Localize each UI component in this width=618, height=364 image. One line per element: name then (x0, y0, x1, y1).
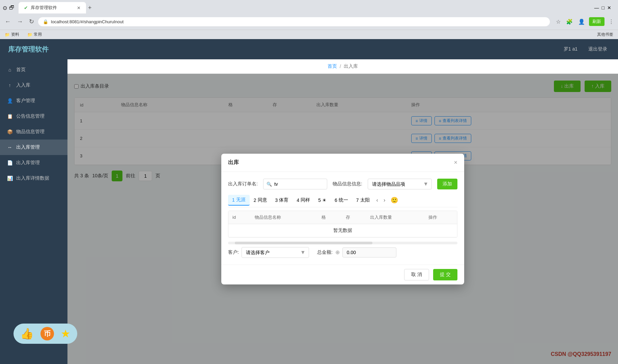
sidebar-item-goods[interactable]: 📦 物品信息管理 (0, 124, 67, 140)
mcol-action: 操作 (424, 211, 457, 224)
inoutlist-icon: 📄 (7, 160, 13, 165)
browser-tab-icon[interactable]: 🗗 (9, 5, 15, 11)
main-content: 首页 / 出入库 出入库条目录 ↓ 出库 ↑ 入库 (67, 59, 618, 364)
browser-back-icon[interactable]: ⊙ (3, 5, 7, 11)
browser-tabs: ⊙ 🗗 ✔ 库存管理软件 ✕ + — □ ✕ (0, 0, 618, 13)
sidebar-item-inoutlist[interactable]: 📄 出入库管理 (0, 155, 67, 171)
coin-button[interactable]: 币 (40, 327, 54, 340)
inout-icon: ↑ (7, 83, 13, 88)
app-title: 库存管理软件 (8, 45, 49, 54)
customer-select-input[interactable]: 请选择客户 (242, 247, 309, 258)
renew-btn[interactable]: 刷新 (589, 17, 605, 26)
goods-icon: 📦 (7, 129, 13, 134)
back-button[interactable]: ← (3, 17, 13, 27)
content-area: 出入库条目录 ↓ 出库 ↑ 入库 id 物品信息名称 (67, 74, 618, 364)
emoji-face-btn[interactable]: 🙂 (388, 195, 401, 205)
modal-body: 出入库订单名: 🔍 物品信息信息: 请选择物品品项 (221, 172, 464, 265)
tab-favicon: ✔ (24, 5, 28, 10)
emoji-label-1: 无涯 (236, 197, 246, 203)
close-window-btn[interactable]: ✕ (607, 5, 611, 10)
emoji-num-4: 4 (297, 198, 299, 203)
customer-label: 客户: (228, 249, 239, 255)
address-bar[interactable]: 🔒 localhost:8081/#/shangpinChuruInout (38, 17, 550, 26)
bookmark-changyong[interactable]: 📁 常用 (25, 31, 44, 38)
modal-header: 出库 × (221, 154, 464, 172)
sidebar-inoutlist-label: 出入库管理 (16, 160, 40, 166)
sidebar-inoutmgr-label: 出入库管理 (16, 144, 40, 150)
emoji-next-btn[interactable]: › (381, 196, 388, 205)
scroll-track[interactable] (228, 242, 457, 244)
total-row: 总金额: ⊕ (317, 247, 396, 257)
add-button[interactable]: 添加 (437, 179, 457, 189)
bookmark-other-label: 其他书签 (597, 32, 613, 37)
app-header: 库存管理软件 罗1 a1 退出登录 (0, 39, 618, 59)
sidebar-item-home[interactable]: ⌂ 首页 (0, 62, 67, 78)
mcol-goods: 物品信息名称 (251, 211, 317, 224)
goods-select-wrapper: 请选择物品品项 ▼ (368, 179, 432, 189)
maximize-btn[interactable]: □ (602, 5, 605, 10)
inoutmgr-icon: ↔ (7, 145, 13, 150)
sidebar-home-label: 首页 (16, 67, 26, 73)
order-label: 出入库订单名: (228, 181, 258, 187)
star-button[interactable]: ★ (61, 327, 71, 340)
header-user[interactable]: 罗1 a1 (561, 45, 580, 54)
bookmark-other[interactable]: 其他书签 (595, 31, 615, 38)
url-text: localhost:8081/#/shangpinChuruInout (51, 19, 123, 24)
bookmark-ziliao[interactable]: 📁 资料 (3, 31, 21, 38)
sidebar-item-company[interactable]: 📋 公告信息管理 (0, 109, 67, 124)
sidebar: ⌂ 首页 ↑ 入入库 👤 客户管理 📋 公告信息管理 📦 物品信息管理 ↔ 出 (0, 59, 67, 364)
emoji-item-6[interactable]: 6 统一 (331, 195, 352, 205)
emoji-num-1: 1 (232, 197, 235, 203)
customer-icon: 👤 (7, 98, 13, 103)
order-input[interactable] (263, 179, 327, 189)
refresh-button[interactable]: ↻ (27, 17, 36, 27)
forward-button[interactable]: → (15, 17, 25, 27)
modal-table: id 物品信息名称 格 存 出入库数量 操作 (228, 211, 457, 237)
emoji-bar: 1 无涯 2 同意 3 体育 (228, 195, 457, 207)
minimize-btn[interactable]: — (594, 5, 599, 10)
breadcrumb-home[interactable]: 首页 (328, 63, 337, 69)
emoji-prev-btn[interactable]: ‹ (374, 196, 381, 205)
coin-label: 币 (44, 329, 51, 338)
order-input-wrapper: 🔍 (263, 179, 327, 189)
emoji-num-5: 5 (318, 198, 321, 203)
total-icon: ⊕ (335, 249, 340, 255)
modal-no-data-row: 暂无数据 (228, 224, 457, 237)
lock-icon: 🔒 (43, 19, 48, 24)
modal-overlay: 出库 × 出入库订单名: 🔍 (67, 74, 618, 364)
emoji-num-3: 3 (275, 198, 278, 203)
goods-select[interactable]: 请选择物品品项 (368, 179, 432, 189)
star-btn[interactable]: ☆ (555, 17, 562, 26)
emoji-item-2[interactable]: 2 同意 (250, 195, 271, 205)
new-tab-button[interactable]: + (86, 2, 94, 13)
thumb-button[interactable]: 👍 (20, 327, 34, 340)
goods-label: 物品信息信息: (333, 181, 362, 187)
emoji-item-4[interactable]: 4 同样 (292, 195, 314, 205)
submit-button[interactable]: 提 交 (433, 269, 457, 280)
modal-table-wrapper: id 物品信息名称 格 存 出入库数量 操作 (228, 211, 457, 238)
header-logout[interactable]: 退出登录 (586, 45, 610, 54)
emoji-item-3[interactable]: 3 体育 (271, 195, 293, 205)
sidebar-item-inoutstats[interactable]: 📊 出入库详情数据 (0, 171, 67, 186)
emoji-item-5[interactable]: 5 ☀ (314, 195, 331, 205)
inoutstats-icon: 📊 (7, 176, 13, 181)
profile-btn[interactable]: 👤 (577, 17, 586, 26)
emoji-item-7[interactable]: 7 太阳 (352, 195, 374, 205)
cancel-button[interactable]: 取 消 (404, 269, 429, 280)
emoji-item-1[interactable]: 1 无涯 (228, 195, 250, 206)
app-body: ⌂ 首页 ↑ 入入库 👤 客户管理 📋 公告信息管理 📦 物品信息管理 ↔ 出 (0, 59, 618, 364)
app-header-right: 罗1 a1 退出登录 (561, 45, 610, 54)
sidebar-item-inout[interactable]: ↑ 入入库 (0, 78, 67, 93)
sidebar-item-inoutmgr[interactable]: ↔ 出入库管理 (0, 140, 67, 155)
modal-close-btn[interactable]: × (454, 159, 457, 166)
bookmark-folder2-icon: 📁 (27, 32, 32, 37)
total-input[interactable] (342, 247, 396, 257)
customer-select: 客户: 请选择客户 ▼ (228, 247, 309, 258)
emoji-label-4: 同样 (301, 197, 310, 203)
sidebar-item-customer[interactable]: 👤 客户管理 (0, 93, 67, 109)
reaction-bar: 👍 币 ★ (13, 324, 77, 344)
tab-close-btn[interactable]: ✕ (77, 5, 81, 10)
menu-btn[interactable]: ⋮ (607, 17, 615, 26)
active-tab[interactable]: ✔ 库存管理软件 ✕ (19, 2, 86, 13)
extension-btn[interactable]: 🧩 (565, 17, 574, 26)
